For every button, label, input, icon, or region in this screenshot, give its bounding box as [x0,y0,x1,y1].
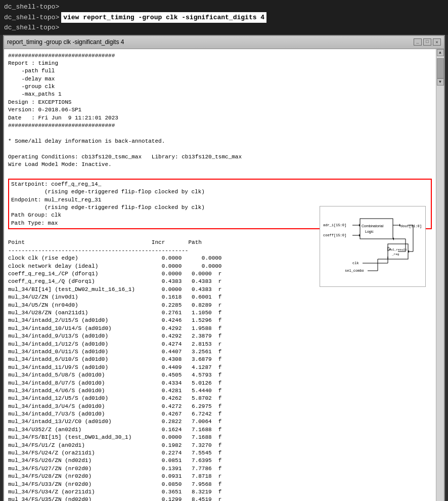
timing-row: mul_34/FS/U35/ZN (nd02d0) 0.1299 8.4519 … [8,496,432,501]
svg-rect-2 [360,219,393,239]
scroll-down-button[interactable]: ▼ [437,78,444,86]
timing-row: mul_34/intadd_9/U13/S (ad01d0) 0.4292 2.… [8,332,432,340]
svg-text:Logic: Logic [365,230,374,234]
circuit-diagram: adr_i[15:0] coeff[15:0] Combinatorial Lo… [322,208,423,284]
terminal-command: view report_timing -group clk -significa… [61,12,266,23]
timing-row: mul_34/U5/ZN (nr04d0) 0.2285 0.8289 r [8,302,432,309]
svg-text:_reg: _reg [391,253,399,256]
terminal-line-3: dc_shell-topo> [4,23,444,33]
titlebar: report_timing -group clk -significant_di… [4,36,444,49]
timing-row: mul_34/intadd_11/U9/S (ad01d0) 0.4409 4.… [8,364,432,371]
timing-row: mul_34/intadd_7/U3/S (ad01d0) 0.4267 6.7… [8,410,432,418]
timing-row: mul_34/intadd_6/U10/S (ad01d0) 0.4308 3.… [8,356,432,363]
timing-rows: clock clk (rise edge) 0.0000 0.0000clock… [8,255,432,501]
svg-text:adr_i[15:0]: adr_i[15:0] [323,223,346,227]
timing-row: mul_34/intadd_5/U8/S (ad01d0) 0.4505 4.5… [8,371,432,379]
timing-row: mul_34/FS/U34/Z (aor211d1) 0.3651 8.3219… [8,488,432,496]
timing-row: mul_34/intadd_10/U14/S (ad01d0) 0.4292 1… [8,325,432,332]
scroll-up-button[interactable]: ▲ [437,49,444,56]
content-area: ################################ Report … [4,49,444,502]
timing-row: mul_34/FS/U27/ZN (nr02d0) 0.1391 7.7786 … [8,465,432,473]
timing-row: mul_34/FS/U33/ZN (nr02d0) 0.0850 7.9568 … [8,481,432,488]
main-window: report_timing -group clk -significant_di… [3,35,445,502]
titlebar-buttons: _ □ ✕ [414,38,441,46]
terminal-prompt-3: dc_shell-topo> [4,24,59,31]
timing-row: mul_34/U352/Z (an02d1) 0.1624 7.1688 f [8,426,432,434]
timing-row: mul_34/FS/U1/Z (an02d1) 0.1982 7.3270 f [8,442,432,449]
terminal-prompt-2: dc_shell-topo> [4,13,59,23]
timing-row: mul_34/intadd_12/U5/S (ad01d0) 0.4262 5.… [8,395,432,402]
scroll-thumb[interactable] [437,58,444,78]
timing-row: mul_34/FS/U28/ZN (nr02d0) 0.0931 7.8718 … [8,473,432,480]
timing-row: mul_34/intadd_0/U11/S (ad01d0) 0.4407 3.… [8,348,432,356]
operating-conditions: Operating Conditions: cb13fs120_tsmc_max… [8,153,432,169]
svg-text:coeff[15:0]: coeff[15:0] [323,233,346,237]
diagram-container: adr_i[15:0] coeff[15:0] Combinatorial Lo… [320,206,426,287]
svg-text:dout[31:0]: dout[31:0] [400,224,422,228]
report-header: ################################ Report … [8,52,432,130]
close-button[interactable]: ✕ [433,38,441,46]
timing-row: mul_34/intadd_4/U6/S (ad01d0) 0.4281 5.4… [8,387,432,395]
timing-row: mul_34/U28/ZN (oan211d1) 0.2761 1.1050 f [8,309,432,317]
timing-row: mul_34/FS/U24/Z (ora211d1) 0.2274 7.5545… [8,449,432,457]
timing-row: mul_34/intadd_1/U12/S (ad01d0) 0.4274 2.… [8,341,432,348]
minimize-button[interactable]: _ [414,38,422,46]
timing-row: mul_34/intadd_3/U4/S (ad01d0) 0.4272 6.2… [8,403,432,410]
svg-text:Combinatorial: Combinatorial [362,224,384,228]
back-annotated: * Some/all delay information is back-ann… [8,138,432,145]
svg-text:sel_combo: sel_combo [345,269,364,273]
window-title: report_timing -group clk -significant_di… [7,38,124,46]
timing-row: mul_34/FS/BI[15] (test_DW01_add_30_1) 0.… [8,434,432,441]
timing-row: mul_34/intadd_2/U15/S (ad01d0) 0.4246 1.… [8,317,432,324]
terminal-prompt-1: dc_shell-topo> [4,3,59,11]
terminal-line-1: dc_shell-topo> [4,2,444,12]
scrollbar[interactable]: ▲ ▼ [436,49,444,502]
timing-row: mul_34/intadd_13/U2/C0 (ad01d0) 0.2822 7… [8,418,432,426]
svg-text:clk: clk [352,261,359,265]
maximize-button[interactable]: □ [423,38,431,46]
terminal-line-2: dc_shell-topo> view report_timing -group… [4,12,444,23]
timing-row: mul_34/FS/U26/ZN (nd02d1) 0.0851 7.6395 … [8,457,432,465]
timing-row: mul_34/BI[14] (test_DW02_mult_16_16_1) 0… [8,286,432,294]
svg-text:mul_result: mul_result [389,248,407,252]
text-pane[interactable]: ################################ Report … [4,49,436,502]
timing-row: mul_34/intadd_8/U7/S (ad01d0) 0.4334 5.0… [8,380,432,387]
terminal-area: dc_shell-topo> dc_shell-topo> view repor… [0,0,448,35]
timing-row: mul_34/U2/ZN (inv0d1) 0.1618 0.6001 f [8,294,432,301]
